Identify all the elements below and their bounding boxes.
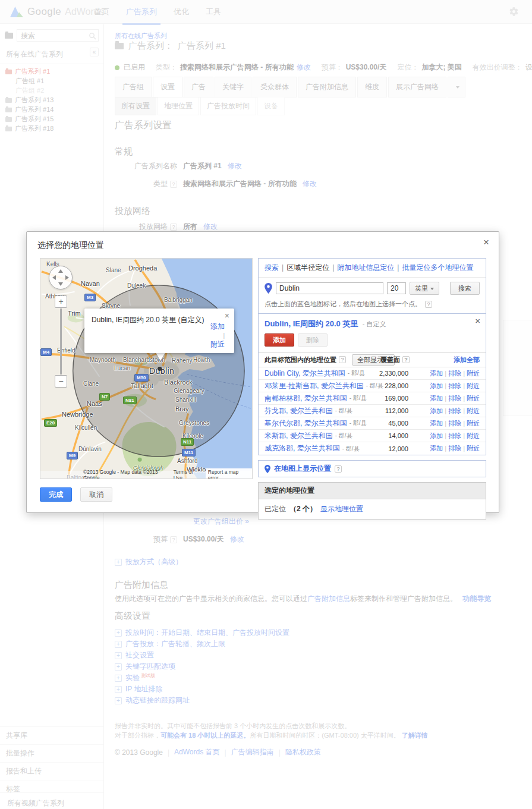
action-exclude-link[interactable]: 排除	[448, 445, 461, 452]
table-row: Dublin City, 爱尔兰共和国- 郡/县2,330,000添加|排除|附…	[259, 367, 486, 380]
row-actions: 添加|排除|附近	[430, 419, 480, 428]
hint-row: 点击上面的蓝色地图标记，然后在地图上选择一个点。	[259, 298, 486, 313]
infowindow-nearby-link[interactable]: 附近	[210, 340, 225, 349]
action-add-link[interactable]: 添加	[430, 432, 443, 439]
action-add-link[interactable]: 添加	[430, 370, 443, 377]
remove-radius-icon[interactable]: ×	[475, 316, 480, 326]
infowindow-links: 添加 | 附近	[210, 322, 225, 349]
map-label-trim: Trim	[68, 310, 81, 317]
location-link[interactable]: Dublin City, 爱尔兰共和国	[265, 369, 345, 379]
map-pin-icon[interactable]	[265, 283, 272, 294]
row-actions: 添加|排除|附近	[430, 432, 480, 440]
map[interactable]: KellsSlaneDroghedaNavanDuleekAthboyBalbr…	[40, 258, 253, 479]
action-add-link[interactable]: 添加	[430, 395, 443, 402]
search-button[interactable]: 搜索	[450, 282, 480, 295]
action-exclude-link[interactable]: 排除	[448, 420, 461, 427]
show-on-map-link[interactable]: 在地图上显示位置	[274, 464, 331, 474]
action-add-link[interactable]: 添加	[430, 445, 443, 452]
map-label-kilcullen: Kilcullen	[75, 424, 97, 431]
separator: |	[463, 382, 465, 389]
row-actions: 添加|排除|附近	[430, 407, 480, 415]
terms-link[interactable]: Terms of Use	[174, 469, 203, 480]
action-nearby-link[interactable]: 附近	[467, 395, 480, 402]
action-exclude-link[interactable]: 排除	[448, 382, 461, 389]
map-label-howth: Howth	[193, 357, 210, 363]
map-label-slane: Slane	[106, 267, 121, 273]
add-all-link[interactable]: 添加全部	[454, 355, 480, 364]
action-nearby-link[interactable]: 附近	[467, 370, 480, 377]
location-link[interactable]: 米斯郡, 爱尔兰共和国	[265, 431, 333, 441]
infowindow-tail	[156, 352, 165, 361]
help-icon[interactable]	[339, 356, 346, 363]
row-actions: 添加|排除|附近	[430, 369, 480, 378]
radius-center-marker[interactable]	[158, 367, 162, 371]
road-shield-m11: M11	[182, 449, 196, 457]
road-shield-m50: M50	[134, 374, 149, 382]
row-actions: 添加|排除|附近	[430, 444, 480, 453]
row-actions: 添加|排除|附近	[430, 394, 480, 403]
table-row: 威克洛郡, 爱尔兰共和国- 郡/县12,000添加|排除|附近	[259, 442, 486, 455]
done-button[interactable]: 完成	[40, 487, 72, 502]
zoom-slider[interactable]	[60, 309, 62, 374]
radius-title: Dublin, IE周围约 20.0 英里	[265, 319, 358, 328]
pan-left-icon[interactable]	[52, 275, 56, 280]
pan-up-icon[interactable]	[58, 269, 63, 273]
action-exclude-link[interactable]: 排除	[448, 395, 461, 402]
action-nearby-link[interactable]: 附近	[467, 432, 480, 439]
geo-mode-4[interactable]: 批量定位多个地理位置	[402, 263, 473, 272]
separator: |	[210, 331, 225, 340]
separator: |	[463, 445, 465, 452]
location-search-input[interactable]	[276, 282, 383, 294]
close-icon[interactable]: ×	[483, 237, 489, 248]
map-pin-icon	[265, 465, 270, 473]
action-add-link[interactable]: 添加	[430, 407, 443, 414]
reach-value: 12,000	[354, 445, 408, 452]
action-nearby-link[interactable]: 附近	[467, 445, 480, 452]
location-link[interactable]: 芬戈郡, 爱尔兰共和国	[265, 406, 333, 416]
zoom-in-button[interactable]	[55, 295, 67, 308]
pan-right-icon[interactable]	[65, 275, 69, 280]
location-column-header: 此目标范围内的地理位置	[265, 355, 336, 364]
help-icon[interactable]	[402, 356, 410, 363]
action-nearby-link[interactable]: 附近	[467, 407, 480, 414]
radius-input[interactable]	[387, 282, 406, 294]
action-exclude-link[interactable]: 排除	[448, 407, 461, 414]
action-add-link[interactable]: 添加	[430, 382, 443, 389]
action-exclude-link[interactable]: 排除	[448, 370, 461, 377]
separator: |	[282, 263, 284, 272]
location-picker-dialog: 选择您的地理位置 × KellsSlaneDrogh	[26, 231, 499, 513]
pan-down-icon[interactable]	[58, 282, 63, 286]
show-locations-link[interactable]: 显示地理位置	[320, 504, 363, 514]
selected-locations-row: 已定位 （2 个） 显示地理位置	[259, 499, 486, 519]
help-icon[interactable]	[425, 301, 432, 308]
separator: |	[463, 395, 465, 402]
selected-locations-header: 选定的地理位置	[259, 483, 486, 499]
road-shield-m4: M4	[40, 348, 52, 356]
geo-search-box: 搜索|区域半径定位|附加地址信息定位|批量定位多个地理位置 英里 搜索 点击上面…	[258, 258, 486, 314]
location-link[interactable]: 南都柏林郡, 爱尔兰共和国	[265, 394, 347, 404]
targeted-count: （2 个）	[289, 504, 317, 514]
cancel-button[interactable]: 取消	[80, 487, 112, 502]
location-link[interactable]: 邓莱里-拉斯当郡, 爱尔兰共和国	[265, 381, 364, 391]
reach-value: 45,000	[354, 420, 408, 427]
location-link[interactable]: 基尔代尔郡, 爱尔兰共和国	[265, 418, 347, 429]
help-icon[interactable]	[335, 465, 342, 473]
separator: |	[463, 370, 465, 377]
unit-dropdown[interactable]: 英里	[410, 282, 439, 295]
infowindow-add-link[interactable]: 添加	[210, 322, 225, 331]
geo-mode-3[interactable]: 附加地址信息定位	[337, 263, 394, 272]
action-nearby-link[interactable]: 附近	[467, 420, 480, 427]
action-add-link[interactable]: 添加	[430, 420, 443, 427]
separator: |	[445, 382, 446, 389]
action-exclude-link[interactable]: 排除	[448, 432, 461, 439]
geo-mode-1[interactable]: 搜索	[265, 263, 279, 272]
zoom-out-button[interactable]	[55, 375, 67, 388]
road-shield-n81: N81	[123, 396, 137, 404]
map-pan-control[interactable]	[49, 266, 73, 289]
infowindow-close-icon[interactable]: ×	[225, 311, 229, 320]
action-nearby-link[interactable]: 附近	[467, 382, 480, 389]
report-error-link[interactable]: Report a map error	[206, 468, 252, 480]
reach-value: 228,000	[354, 382, 408, 389]
add-radius-button[interactable]: 添加	[265, 333, 294, 347]
location-link[interactable]: 威克洛郡, 爱尔兰共和国	[265, 443, 340, 454]
